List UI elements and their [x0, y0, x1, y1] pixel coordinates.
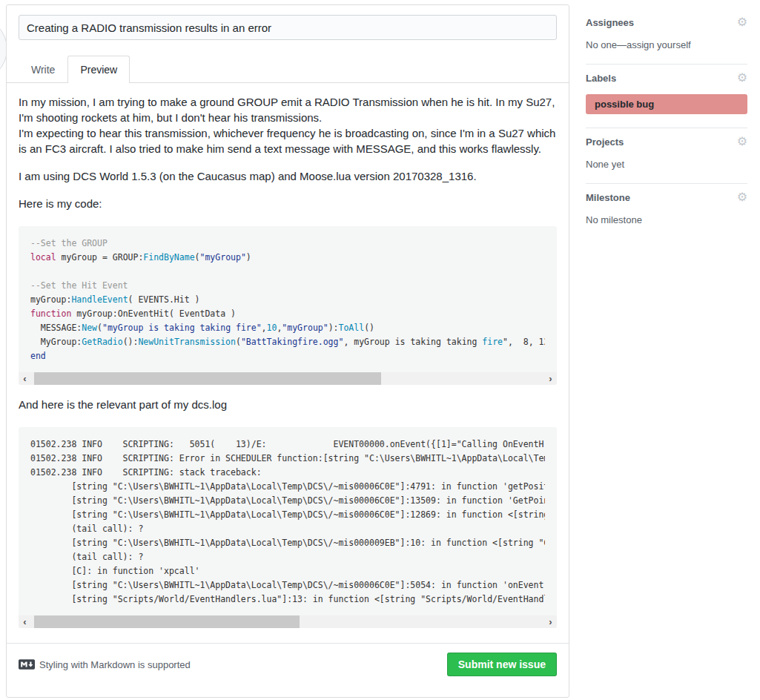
- issue-title-input[interactable]: [19, 15, 557, 40]
- gear-icon[interactable]: ⚙: [737, 136, 747, 148]
- issue-sidebar: Assignees ⚙ No one—assign yourself Label…: [586, 9, 747, 239]
- markdown-note-text: Styling with Markdown is supported: [39, 659, 191, 670]
- code-block: --Set the GROUPlocal myGroup = GROUP:Fin…: [19, 226, 557, 385]
- submit-new-issue-button[interactable]: Submit new issue: [447, 653, 557, 676]
- assignees-heading: Assignees: [586, 17, 634, 28]
- log-horizontal-scrollbar[interactable]: ‹ ›: [19, 615, 557, 628]
- assignees-value[interactable]: No one—assign yourself: [586, 39, 747, 50]
- scroll-right-icon[interactable]: ›: [544, 615, 557, 628]
- body-paragraph-3: Here is my code:: [19, 196, 557, 211]
- log-scrollbar-thumb[interactable]: [34, 615, 300, 628]
- sidebar-section-milestone: Milestone ⚙ No milestone: [586, 184, 747, 239]
- sidebar-section-labels: Labels ⚙ possible bug: [586, 65, 747, 128]
- milestone-value: No milestone: [586, 214, 747, 225]
- body-paragraph-4: And here is the relevant part of my dcs.…: [19, 397, 557, 412]
- preview-pane: In my mission, I am trying to make a gro…: [19, 83, 557, 628]
- label-chip[interactable]: possible bug: [586, 94, 747, 114]
- projects-heading: Projects: [586, 136, 624, 148]
- log-block-content: 01502.238 INFO SCRIPTING: 5051( 13)/E: E…: [30, 438, 545, 607]
- gear-icon[interactable]: ⚙: [737, 16, 747, 28]
- sidebar-section-projects: Projects ⚙ None yet: [586, 128, 747, 184]
- sidebar-section-assignees: Assignees ⚙ No one—assign yourself: [586, 9, 747, 65]
- write-preview-tab-nav: Write Preview: [7, 53, 569, 83]
- milestone-heading: Milestone: [586, 192, 630, 203]
- scroll-left-icon[interactable]: ‹: [19, 372, 31, 385]
- code-horizontal-scrollbar[interactable]: ‹ ›: [19, 372, 557, 385]
- code-scrollbar-thumb[interactable]: [34, 372, 381, 385]
- scroll-right-icon[interactable]: ›: [544, 372, 557, 385]
- markdown-supported-link[interactable]: Styling with Markdown is supported: [19, 659, 191, 670]
- gear-icon[interactable]: ⚙: [737, 72, 747, 84]
- body-paragraph-2: I am using DCS World 1.5.3 (on the Cauca…: [19, 168, 557, 184]
- tab-write[interactable]: Write: [19, 56, 67, 83]
- projects-value: None yet: [586, 159, 747, 170]
- body-paragraph-1: In my mission, I am trying to make a gro…: [19, 94, 557, 156]
- markdown-icon: [19, 659, 35, 670]
- tab-preview[interactable]: Preview: [67, 56, 130, 83]
- log-block: 01502.238 INFO SCRIPTING: 5051( 13)/E: E…: [19, 427, 557, 628]
- gear-icon[interactable]: ⚙: [737, 191, 747, 203]
- scroll-left-icon[interactable]: ‹: [19, 615, 31, 628]
- log-scrollbar-track[interactable]: [31, 615, 544, 628]
- new-issue-form: Write Preview In my mission, I am trying…: [6, 4, 569, 698]
- form-actions: Styling with Markdown is supported Submi…: [7, 643, 569, 685]
- labels-heading: Labels: [586, 73, 616, 84]
- code-block-content: --Set the GROUPlocal myGroup = GROUP:Fin…: [30, 237, 545, 363]
- code-scrollbar-track[interactable]: [31, 372, 544, 385]
